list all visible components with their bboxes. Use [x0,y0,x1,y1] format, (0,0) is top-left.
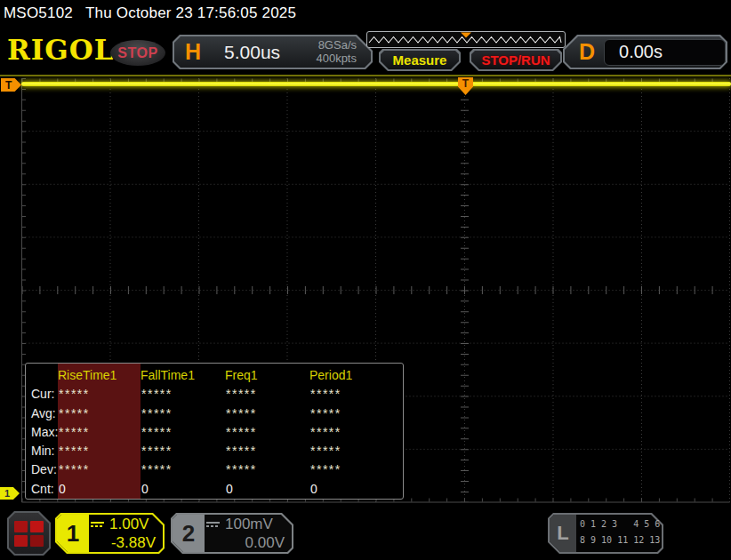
channel1-position-marker-label: 1 [4,488,10,499]
measurement-value: 0 [225,479,309,499]
trigger-position-marker-label: T [462,77,469,95]
measure-button[interactable]: Measure [379,49,461,71]
measurement-value: ***** [141,422,225,441]
measurement-value: ***** [58,404,141,422]
trigger-delay-panel[interactable]: D 0.00s [563,35,727,69]
channel2-scale: 100mV [225,516,273,532]
measurement-value: ***** [225,460,309,479]
delay-value-box: 0.00s [604,39,726,66]
measurement-value: 0 [141,479,225,499]
measurement-value: ***** [225,404,309,422]
menu-button[interactable] [7,511,51,556]
row-label: Avg: [26,404,58,422]
measurement-value: ***** [309,404,403,422]
model-name: MSO5102 [4,4,73,21]
waveform-overview-strip[interactable] [366,31,566,48]
row-label: Dev: [26,460,58,479]
measurement-value: ***** [225,384,309,404]
run-state-badge: STOP [110,40,165,66]
datetime: Thu October 23 17:56:05 2025 [85,4,296,21]
waveform-overview-zigzag-icon [367,32,563,45]
measurement-value: 0 [58,479,141,499]
logic-channels-row1: 0 1 2 3 4 5 6 7 [580,519,671,529]
measurement-value: ***** [58,441,141,460]
measurement-value: ***** [225,441,309,460]
measurement-column-header: RiseTime1 [58,364,141,384]
measurement-value: ***** [309,384,403,404]
measurement-value: ***** [141,384,225,404]
measurement-value: 0 [309,479,403,499]
measurement-value: ***** [141,460,225,479]
dc-coupling-icon [91,522,104,527]
logic-channels-row2: 8 9 10 11 12 13 14 15 [580,535,692,545]
measurement-column-header: Freq1 [225,364,309,384]
row-label: Cur: [26,384,58,404]
channel1-status-box[interactable]: 1 1.00V -3.88V [55,513,165,554]
acquisition-info: 8GSa/s 400kpts [316,39,357,66]
delay-value: 0.00s [605,42,663,62]
logic-analyzer-label: L [550,515,576,552]
channel2-status-box[interactable]: 2 100mV 0.00V [171,513,293,554]
trigger-level-marker-label: T [5,79,12,92]
horizontal-label: H [185,39,201,65]
horizontal-timebase-panel[interactable]: H 5.00us 8GSa/s 400kpts [173,35,373,69]
measurement-value: ***** [225,422,309,441]
row-label: Min: [26,441,58,460]
measurement-results-table: RiseTime1 FallTime1 Freq1 Period1 Cur: *… [25,363,404,500]
row-label: Cnt: [26,479,58,499]
measurement-column-header: Period1 [309,364,403,384]
delay-label: D [579,39,595,65]
channel2-offset: 0.00V [206,533,290,552]
stop-run-button[interactable]: STOP/RUN [470,49,562,71]
measurement-value: ***** [141,404,225,422]
timebase-value: 5.00us [224,42,280,63]
measurement-value: ***** [58,384,141,404]
channel1-scale: 1.00V [109,516,149,532]
menu-grid-icon [14,521,44,547]
channel1-offset: -3.88V [91,533,161,552]
sample-rate: 8GSa/s [318,38,357,52]
measurement-value: ***** [309,460,403,479]
measure-button-label: Measure [393,52,447,68]
channel1-number: 1 [57,515,89,552]
measurement-value: ***** [141,441,225,460]
title-bar: MSO5102Thu October 23 17:56:05 2025 [4,4,296,22]
measurement-value: ***** [58,422,141,441]
measurement-value: ***** [309,422,403,441]
logic-channel-list: 0 1 2 3 4 5 6 78 9 10 11 12 13 14 15 [580,516,662,552]
memory-depth: 400kpts [316,52,357,65]
dc-coupling-icon [206,522,220,527]
channel1-trace [21,82,731,86]
measurement-value: ***** [58,460,141,479]
measurement-column-header: FallTime1 [141,364,225,384]
row-label: Max: [26,422,58,441]
stop-run-button-label: STOP/RUN [481,52,550,68]
channel2-readout: 100mV 0.00V [206,515,290,552]
logic-analyzer-status-box[interactable]: L 0 1 2 3 4 5 6 78 9 10 11 12 13 14 15 [548,513,663,554]
rigol-logo: RIGOL [7,34,115,67]
measurement-value: ***** [309,441,403,460]
channel1-readout: 1.00V -3.88V [91,515,161,552]
oscilloscope-screen: MSO5102Thu October 23 17:56:05 2025 RIGO… [0,0,731,560]
channel2-number: 2 [173,515,205,552]
